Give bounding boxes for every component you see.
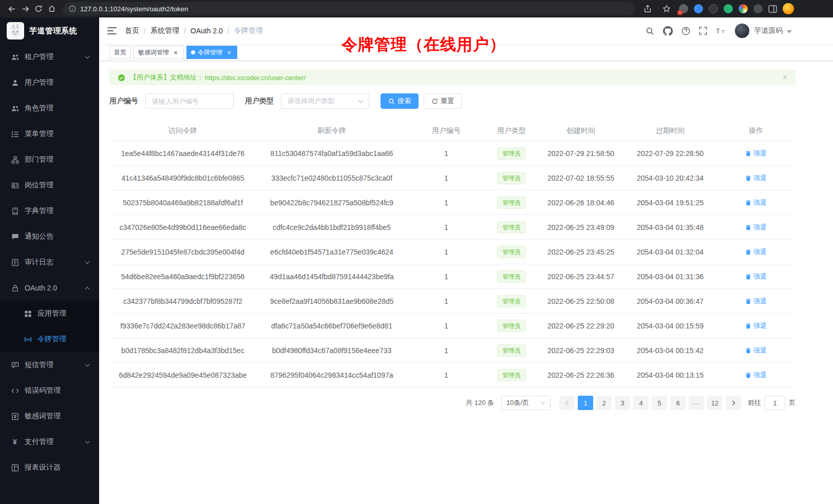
tab-close-icon[interactable]: × <box>172 49 179 56</box>
share-icon[interactable] <box>641 2 654 15</box>
tab-label: 敏感词管理 <box>138 48 169 57</box>
sidebar-item-sensitive-word-management[interactable]: 敏感词管理 <box>0 403 99 429</box>
breadcrumb-item[interactable]: OAuth 2.0 <box>191 27 223 35</box>
app-icon <box>24 310 32 318</box>
sidebar-item-oauth2[interactable]: OAuth 2.0 <box>0 275 99 301</box>
font-size-icon[interactable]: TT <box>716 27 726 35</box>
pagination-page-4[interactable]: 4 <box>633 396 649 410</box>
extension-blue-icon[interactable] <box>694 4 703 13</box>
sidebar-item-errorcode-management[interactable]: 错误码管理 <box>0 378 99 403</box>
force-logout-button[interactable]: 强退 <box>745 297 767 306</box>
tab-home[interactable]: 首页 <box>109 46 131 59</box>
delete-icon <box>745 298 751 304</box>
tenants-icon <box>11 53 19 61</box>
tab-token[interactable]: 令牌管理× <box>186 46 237 59</box>
user-id-input[interactable] <box>145 93 234 109</box>
reset-button[interactable]: 重置 <box>424 93 462 109</box>
tab-close-icon[interactable]: × <box>225 49 233 56</box>
force-logout-button[interactable]: 强退 <box>745 149 767 158</box>
sidebar-item-app-management[interactable]: 应用管理 <box>0 301 99 326</box>
app-logo[interactable]: 芋道管理系统 <box>0 17 99 44</box>
pagination-page-6[interactable]: 6 <box>670 396 686 410</box>
column-header: 用户类型 <box>485 121 538 141</box>
force-logout-button[interactable]: 强退 <box>745 321 767 331</box>
app-logo-icon <box>7 22 24 40</box>
sidebar-item-menu-management[interactable]: 菜单管理 <box>0 121 99 147</box>
forward-icon[interactable] <box>18 2 32 15</box>
sidebar-item-sms-management[interactable]: 短信管理 <box>0 352 99 378</box>
sidebar-item-dept-management[interactable]: 部门管理 <box>0 147 99 172</box>
pagination-more-button[interactable]: ··· <box>689 396 704 410</box>
sidebar-item-label: 支付管理 <box>25 437 85 447</box>
help-icon[interactable] <box>681 27 690 35</box>
force-logout-button[interactable]: 强退 <box>745 223 767 232</box>
sidebar-item-role-management[interactable]: 角色管理 <box>0 95 99 121</box>
home-icon[interactable] <box>45 2 59 15</box>
create-time-cell: 2022-06-25 22:29:03 <box>538 338 624 363</box>
pagination-page-5[interactable]: 5 <box>652 396 667 410</box>
access-token-cell: c347026e805e4d99b0d116eae66eda8c <box>109 215 256 240</box>
extensions-puzzle-icon[interactable] <box>739 4 748 13</box>
delete-icon <box>745 372 751 378</box>
search-icon[interactable] <box>646 27 654 35</box>
extension-badged-icon[interactable]: 0 <box>679 4 688 13</box>
force-logout-button[interactable]: 强退 <box>745 247 767 257</box>
sidebar-item-tenant-management[interactable]: 租户管理 <box>0 44 99 70</box>
table-row: f9336e7c7dd242a283ee98dc86b17a87dfa6c71a… <box>109 314 796 338</box>
user-type-cell: 管理员 <box>485 215 538 240</box>
user-type-cell: 管理员 <box>485 166 538 190</box>
page-size-select[interactable]: 10条/页 <box>501 396 551 410</box>
site-info-icon[interactable] <box>69 5 76 12</box>
sidebar-item-report-designer[interactable]: 报表设计器 <box>0 455 99 480</box>
pagination-page-3[interactable]: 3 <box>615 396 630 410</box>
breadcrumb-item[interactable]: 首页 <box>125 26 139 35</box>
extension-dark-icon[interactable] <box>709 4 718 13</box>
alert-close-icon[interactable]: × <box>783 73 787 82</box>
reload-icon[interactable] <box>32 2 45 15</box>
refresh-token-cell: be90422b8c7946218275a508bf524fc9 <box>256 190 407 215</box>
tab-sensitive-word[interactable]: 敏感词管理× <box>134 46 184 59</box>
force-logout-button[interactable]: 强退 <box>745 371 767 380</box>
sidebar-item-dict-management[interactable]: 字典管理 <box>0 198 99 224</box>
extension-paw-icon[interactable] <box>753 4 763 13</box>
user-type-select[interactable]: 请选择用户类型 <box>281 93 369 109</box>
force-logout-button[interactable]: 强退 <box>745 346 767 355</box>
pagination-prev-button[interactable] <box>559 396 575 410</box>
extension-green-icon[interactable] <box>724 4 733 13</box>
fullscreen-icon[interactable] <box>699 27 707 35</box>
sidebar-item-label: 报表设计器 <box>25 463 90 472</box>
alert-doc-link[interactable]: https://doc.iocoder.cn/user-center/ <box>205 74 306 82</box>
user-menu[interactable]: 芋道源码 <box>734 23 792 38</box>
sidebar-item-pay-management[interactable]: ¥支付管理 <box>0 429 99 455</box>
sidebar-item-audit-log[interactable]: 审计日志 <box>0 249 99 275</box>
force-logout-button[interactable]: 强退 <box>745 173 767 183</box>
pagination-next-button[interactable] <box>726 396 741 410</box>
back-icon[interactable] <box>5 2 18 15</box>
pagination-page-2[interactable]: 2 <box>596 396 612 410</box>
user-type-tag: 管理员 <box>497 246 526 258</box>
force-logout-button[interactable]: 强退 <box>745 198 767 207</box>
table-row: 54d6be82ee5a460a9aedc1f9bf22365649d1aa46… <box>109 264 796 289</box>
delete-icon <box>745 200 751 206</box>
sidebar-item-token-management[interactable]: 令牌管理 <box>0 326 99 352</box>
github-icon[interactable] <box>663 26 673 36</box>
address-bar[interactable]: 127.0.0.1:1024/system/oauth2/token <box>63 2 635 15</box>
split-view-icon[interactable] <box>768 5 777 13</box>
search-button[interactable]: 搜索 <box>381 93 419 109</box>
bookmark-star-icon[interactable] <box>660 2 673 15</box>
sidebar-item-notice-management[interactable]: 通知公告 <box>0 224 99 249</box>
pagination-page-12[interactable]: 12 <box>707 396 723 410</box>
sidebar-menu: 租户管理用户管理角色管理菜单管理部门管理岗位管理字典管理通知公告审计日志OAut… <box>0 44 99 480</box>
sidebar-item-post-management[interactable]: 岗位管理 <box>0 172 99 198</box>
sidebar-item-label: 短信管理 <box>25 360 85 370</box>
pagination-page-1[interactable]: 1 <box>578 396 593 410</box>
chevron-up-icon <box>85 286 90 290</box>
breadcrumb-item[interactable]: 系统管理 <box>150 26 179 35</box>
force-logout-button[interactable]: 强退 <box>745 272 767 281</box>
sidebar-item-user-management[interactable]: 用户管理 <box>0 70 99 95</box>
browser-profile-avatar[interactable] <box>783 3 794 14</box>
user-type-cell: 管理员 <box>485 141 538 166</box>
sidebar-collapse-icon[interactable] <box>107 27 117 34</box>
goto-page-input[interactable] <box>765 396 785 410</box>
page-content: 【用户体系】文档地址： https://doc.iocoder.cn/user-… <box>99 61 796 410</box>
